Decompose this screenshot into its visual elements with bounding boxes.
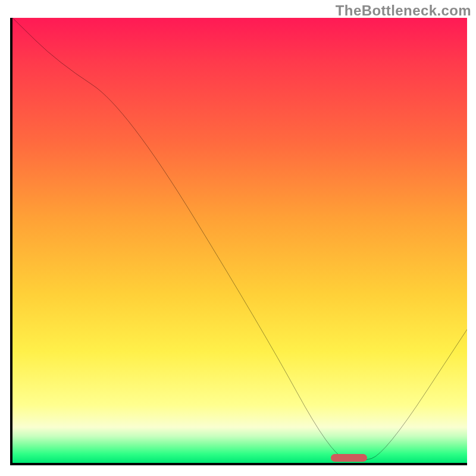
bottleneck-curve bbox=[12, 18, 467, 463]
chart-frame: TheBottleneck.com bbox=[0, 0, 476, 476]
optimal-range-marker bbox=[331, 454, 367, 462]
plot-area bbox=[10, 18, 467, 465]
watermark-text: TheBottleneck.com bbox=[336, 2, 471, 19]
curve-path bbox=[12, 18, 467, 461]
